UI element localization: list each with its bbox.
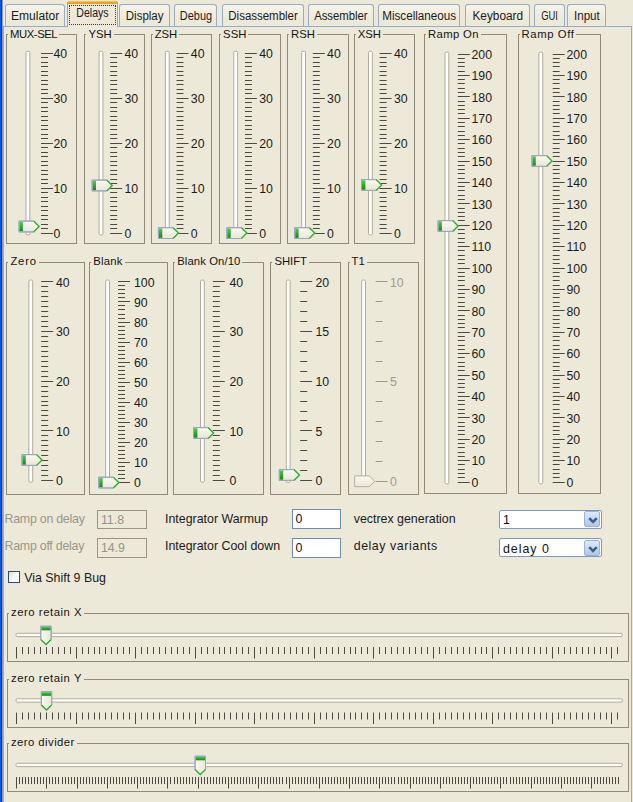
- svg-text:20: 20: [125, 137, 139, 151]
- svg-text:90: 90: [134, 296, 148, 310]
- svg-text:0: 0: [191, 227, 198, 241]
- svg-text:60: 60: [134, 356, 148, 370]
- svg-text:0: 0: [567, 476, 574, 490]
- svg-text:180: 180: [472, 91, 493, 105]
- svg-text:20: 20: [567, 433, 581, 447]
- svg-text:150: 150: [472, 155, 493, 169]
- svg-text:30: 30: [567, 412, 581, 426]
- svg-text:30: 30: [394, 92, 408, 106]
- svg-text:90: 90: [567, 283, 581, 297]
- svg-text:180: 180: [567, 91, 588, 105]
- svg-text:15: 15: [316, 325, 330, 339]
- svg-text:30: 30: [191, 92, 205, 106]
- svg-text:5: 5: [390, 375, 397, 389]
- svg-text:10: 10: [125, 182, 139, 196]
- svg-text:0: 0: [54, 227, 61, 241]
- svg-text:40: 40: [230, 276, 244, 290]
- svg-text:200: 200: [567, 48, 588, 62]
- svg-text:20: 20: [56, 375, 70, 389]
- svg-text:0: 0: [259, 227, 266, 241]
- svg-text:110: 110: [472, 240, 492, 254]
- svg-text:30: 30: [56, 325, 70, 339]
- svg-text:10: 10: [230, 425, 244, 439]
- svg-text:0: 0: [394, 227, 401, 241]
- svg-text:20: 20: [230, 375, 244, 389]
- svg-text:130: 130: [567, 198, 588, 212]
- svg-text:30: 30: [230, 325, 244, 339]
- svg-text:90: 90: [472, 283, 486, 297]
- svg-text:10: 10: [54, 182, 68, 196]
- svg-text:140: 140: [567, 176, 588, 190]
- svg-text:150: 150: [567, 155, 588, 169]
- svg-text:20: 20: [134, 436, 148, 450]
- svg-text:60: 60: [472, 347, 486, 361]
- svg-text:10: 10: [390, 276, 404, 290]
- svg-text:60: 60: [567, 347, 581, 361]
- svg-text:10: 10: [327, 182, 341, 196]
- svg-text:40: 40: [259, 47, 273, 61]
- svg-text:10: 10: [472, 454, 486, 468]
- svg-text:0: 0: [134, 476, 141, 490]
- svg-text:30: 30: [134, 416, 148, 430]
- svg-text:0: 0: [327, 227, 334, 241]
- svg-text:40: 40: [125, 47, 139, 61]
- svg-text:10: 10: [567, 454, 581, 468]
- svg-text:70: 70: [134, 336, 148, 350]
- svg-text:5: 5: [316, 425, 323, 439]
- svg-text:0: 0: [472, 476, 479, 490]
- svg-text:100: 100: [134, 276, 155, 290]
- svg-text:20: 20: [394, 137, 408, 151]
- svg-text:40: 40: [327, 47, 341, 61]
- svg-text:160: 160: [472, 133, 493, 147]
- svg-text:130: 130: [472, 198, 493, 212]
- svg-text:20: 20: [327, 137, 341, 151]
- svg-text:70: 70: [472, 326, 486, 340]
- svg-text:80: 80: [472, 305, 486, 319]
- svg-text:40: 40: [191, 47, 205, 61]
- svg-text:190: 190: [567, 69, 588, 83]
- svg-text:170: 170: [567, 112, 588, 126]
- svg-text:0: 0: [390, 475, 397, 489]
- svg-text:30: 30: [259, 92, 273, 106]
- svg-text:160: 160: [567, 133, 588, 147]
- svg-text:40: 40: [134, 396, 148, 410]
- svg-text:70: 70: [567, 326, 581, 340]
- svg-text:50: 50: [567, 369, 581, 383]
- svg-text:30: 30: [54, 92, 68, 106]
- svg-text:40: 40: [567, 390, 581, 404]
- svg-text:40: 40: [472, 390, 486, 404]
- svg-text:80: 80: [567, 305, 581, 319]
- svg-text:20: 20: [54, 137, 68, 151]
- svg-text:40: 40: [394, 47, 408, 61]
- svg-text:20: 20: [316, 276, 330, 290]
- svg-text:120: 120: [567, 219, 588, 233]
- svg-text:100: 100: [567, 262, 588, 276]
- svg-text:100: 100: [472, 262, 493, 276]
- svg-text:200: 200: [472, 48, 493, 62]
- svg-text:50: 50: [134, 376, 148, 390]
- svg-text:10: 10: [316, 375, 330, 389]
- svg-text:120: 120: [472, 219, 493, 233]
- svg-text:10: 10: [56, 425, 70, 439]
- svg-text:0: 0: [316, 474, 323, 488]
- svg-text:30: 30: [472, 412, 486, 426]
- svg-text:0: 0: [230, 474, 237, 488]
- svg-text:40: 40: [54, 47, 68, 61]
- svg-text:30: 30: [125, 92, 139, 106]
- svg-text:140: 140: [472, 176, 493, 190]
- svg-text:30: 30: [327, 92, 341, 106]
- svg-text:20: 20: [259, 137, 273, 151]
- svg-text:10: 10: [394, 182, 408, 196]
- svg-text:0: 0: [125, 227, 132, 241]
- svg-text:10: 10: [259, 182, 273, 196]
- svg-text:110: 110: [567, 240, 587, 254]
- svg-text:170: 170: [472, 112, 493, 126]
- svg-text:20: 20: [472, 433, 486, 447]
- svg-text:10: 10: [191, 182, 205, 196]
- svg-text:40: 40: [56, 276, 70, 290]
- svg-text:20: 20: [191, 137, 205, 151]
- svg-text:80: 80: [134, 316, 148, 330]
- svg-text:50: 50: [472, 369, 486, 383]
- svg-text:0: 0: [56, 474, 63, 488]
- svg-text:190: 190: [472, 69, 493, 83]
